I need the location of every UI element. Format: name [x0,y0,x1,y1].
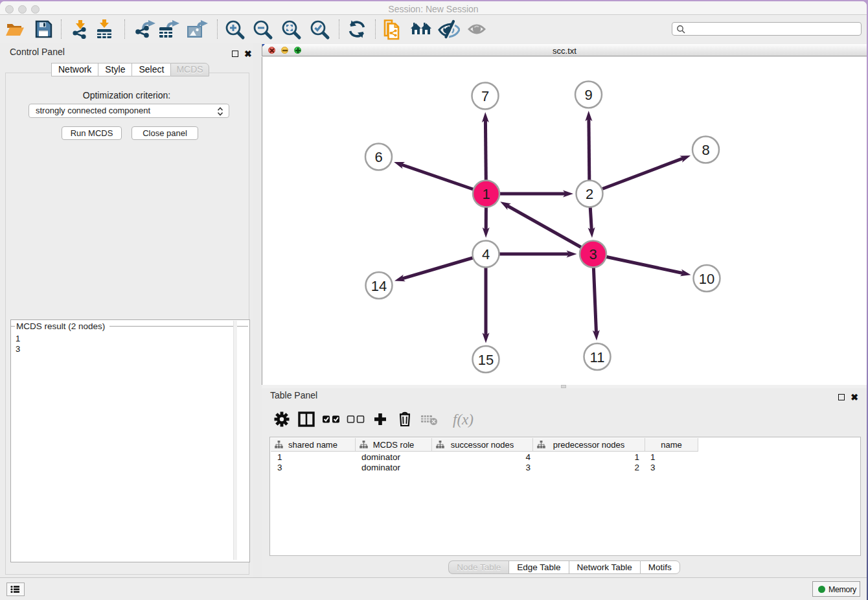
svg-text:6: 6 [374,149,382,165]
svg-text:11: 11 [590,349,605,365]
svg-text:10: 10 [699,271,714,287]
svg-text:15: 15 [478,352,494,368]
svg-text:2: 2 [586,186,593,202]
svg-text:8: 8 [702,142,709,158]
svg-text:4: 4 [482,246,490,262]
svg-text:9: 9 [584,87,592,103]
svg-text:1: 1 [482,186,490,202]
svg-text:7: 7 [481,88,489,104]
svg-text:3: 3 [589,246,597,262]
svg-text:14: 14 [371,278,387,294]
svg-text:f(x): f(x) [453,411,474,428]
